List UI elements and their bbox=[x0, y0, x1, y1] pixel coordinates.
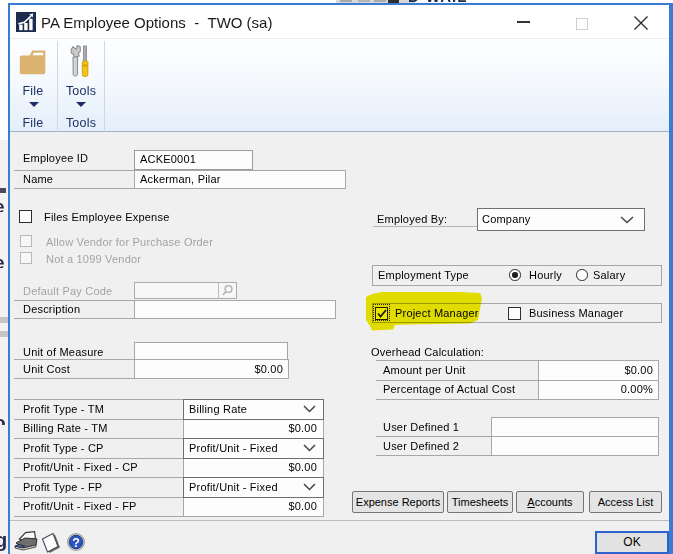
svg-text:?: ? bbox=[72, 536, 80, 550]
